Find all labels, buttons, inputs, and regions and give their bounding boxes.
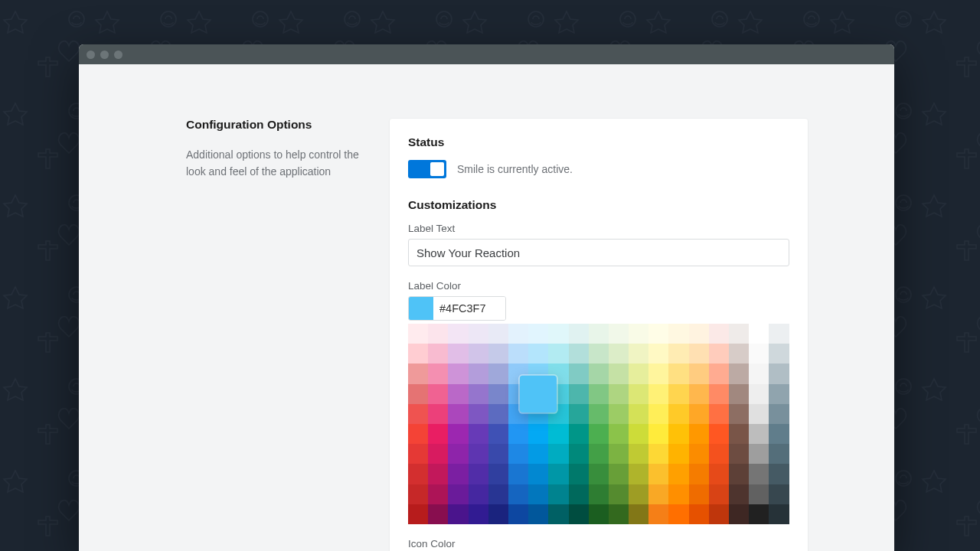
palette-swatch[interactable] <box>629 324 648 344</box>
palette-swatch[interactable] <box>749 324 769 344</box>
palette-swatch[interactable] <box>648 504 668 524</box>
palette-swatch[interactable] <box>749 384 769 404</box>
palette-swatch[interactable] <box>709 324 729 344</box>
palette-swatch[interactable] <box>589 404 609 424</box>
palette-swatch[interactable] <box>648 344 668 364</box>
palette-swatch[interactable] <box>569 324 589 344</box>
palette-swatch[interactable] <box>769 444 789 464</box>
palette-swatch[interactable] <box>629 464 648 484</box>
palette-swatch[interactable] <box>508 504 528 524</box>
palette-swatch[interactable] <box>609 464 629 484</box>
palette-swatch[interactable] <box>648 404 668 424</box>
palette-swatch[interactable] <box>729 444 749 464</box>
palette-swatch[interactable] <box>469 444 488 464</box>
palette-swatch[interactable] <box>668 384 688 404</box>
window-minimize-dot[interactable] <box>100 51 109 59</box>
palette-swatch[interactable] <box>488 424 508 444</box>
palette-swatch[interactable] <box>408 404 428 424</box>
palette-swatch[interactable] <box>749 504 769 524</box>
palette-swatch[interactable] <box>648 364 668 383</box>
palette-swatch[interactable] <box>689 344 709 364</box>
palette-swatch[interactable] <box>609 484 629 504</box>
palette-swatch[interactable] <box>508 324 528 344</box>
palette-swatch[interactable] <box>448 464 468 484</box>
palette-swatch[interactable] <box>448 324 468 344</box>
palette-swatch[interactable] <box>508 344 528 364</box>
palette-swatch[interactable] <box>668 344 688 364</box>
palette-swatch[interactable] <box>548 444 568 464</box>
palette-swatch[interactable] <box>508 464 528 484</box>
palette-swatch[interactable] <box>548 484 568 504</box>
palette-swatch[interactable] <box>589 324 609 344</box>
palette-swatch[interactable] <box>648 324 668 344</box>
palette-swatch[interactable] <box>408 364 428 383</box>
palette-swatch[interactable] <box>629 444 648 464</box>
palette-swatch[interactable] <box>469 484 488 504</box>
palette-swatch[interactable] <box>488 464 508 484</box>
palette-swatch[interactable] <box>548 424 568 444</box>
palette-swatch[interactable] <box>469 364 488 383</box>
palette-swatch[interactable] <box>548 504 568 524</box>
palette-swatch[interactable] <box>428 324 448 344</box>
palette-swatch[interactable] <box>548 464 568 484</box>
palette-swatch[interactable] <box>488 324 508 344</box>
palette-swatch[interactable] <box>668 444 688 464</box>
palette-swatch[interactable] <box>648 424 668 444</box>
palette-swatch[interactable] <box>428 504 448 524</box>
palette-swatch[interactable] <box>609 364 629 383</box>
palette-swatch[interactable] <box>569 444 589 464</box>
palette-swatch[interactable] <box>709 444 729 464</box>
palette-swatch[interactable] <box>528 464 548 484</box>
palette-swatch[interactable] <box>569 364 589 383</box>
palette-swatch[interactable] <box>749 464 769 484</box>
palette-swatch[interactable] <box>408 484 428 504</box>
palette-swatch[interactable] <box>448 404 468 424</box>
palette-swatch[interactable] <box>469 404 488 424</box>
palette-swatch[interactable] <box>689 444 709 464</box>
palette-swatch[interactable] <box>629 404 648 424</box>
palette-swatch[interactable] <box>769 504 789 524</box>
palette-swatch[interactable] <box>448 384 468 404</box>
palette-swatch[interactable] <box>589 364 609 383</box>
palette-swatch[interactable] <box>729 384 749 404</box>
palette-swatch[interactable] <box>569 424 589 444</box>
palette-swatch[interactable] <box>408 504 428 524</box>
palette-swatch[interactable] <box>709 464 729 484</box>
palette-swatch[interactable] <box>589 344 609 364</box>
palette-swatch[interactable] <box>428 464 448 484</box>
palette-swatch[interactable] <box>469 424 488 444</box>
palette-swatch[interactable] <box>668 324 688 344</box>
palette-swatch[interactable] <box>488 484 508 504</box>
palette-swatch[interactable] <box>528 504 548 524</box>
palette-swatch[interactable] <box>648 464 668 484</box>
palette-swatch[interactable] <box>448 364 468 383</box>
window-close-dot[interactable] <box>87 51 95 59</box>
palette-swatch[interactable] <box>569 484 589 504</box>
palette-swatch[interactable] <box>428 424 448 444</box>
palette-swatch[interactable] <box>408 384 428 404</box>
palette-swatch[interactable] <box>428 344 448 364</box>
palette-swatch[interactable] <box>428 484 448 504</box>
palette-swatch[interactable] <box>589 444 609 464</box>
palette-swatch[interactable] <box>448 424 468 444</box>
palette-swatch[interactable] <box>609 404 629 424</box>
palette-swatch[interactable] <box>469 504 488 524</box>
palette-swatch[interactable] <box>729 424 749 444</box>
palette-swatch[interactable] <box>609 504 629 524</box>
palette-swatch[interactable] <box>488 384 508 404</box>
palette-swatch[interactable] <box>648 484 668 504</box>
palette-swatch[interactable] <box>448 504 468 524</box>
palette-swatch[interactable] <box>589 384 609 404</box>
palette-swatch[interactable] <box>569 384 589 404</box>
palette-swatch[interactable] <box>528 324 548 344</box>
palette-swatch[interactable] <box>629 484 648 504</box>
palette-swatch[interactable] <box>729 484 749 504</box>
palette-swatch[interactable] <box>689 484 709 504</box>
status-toggle[interactable] <box>408 160 446 178</box>
palette-swatch[interactable] <box>689 364 709 383</box>
palette-swatch[interactable] <box>668 424 688 444</box>
palette-swatch[interactable] <box>729 504 749 524</box>
label-color-text-input[interactable] <box>433 297 506 320</box>
palette-swatch[interactable] <box>448 484 468 504</box>
palette-swatch[interactable] <box>569 464 589 484</box>
